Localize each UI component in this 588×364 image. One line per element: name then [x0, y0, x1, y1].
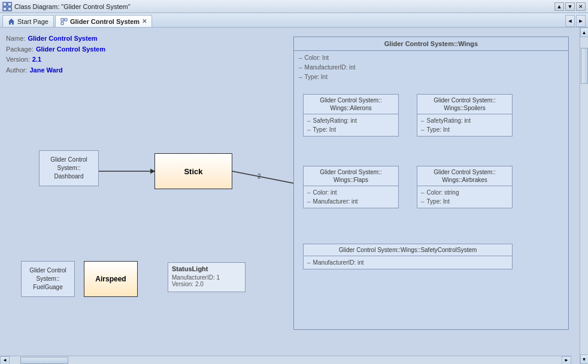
collapse-button[interactable]: ▲ — [554, 2, 564, 11]
title-bar: Class Diagram: "Glider Control System" ▲… — [0, 0, 588, 13]
svg-rect-0 — [3, 2, 7, 6]
svg-rect-2 — [3, 7, 7, 11]
title-bar-buttons: ▲ ▼ ✕ — [554, 2, 586, 11]
fuelgauge-box: Glider ControlSystem::FuelGuage — [21, 261, 75, 297]
diagram-icon — [60, 18, 68, 25]
svg-rect-8 — [61, 19, 63, 21]
scroll-up-btn[interactable]: ▲ — [580, 28, 589, 37]
svg-rect-9 — [65, 19, 67, 21]
scroll-thumb-h[interactable] — [20, 357, 68, 364]
ailerons-box: Glider Control System::Wings::Ailerons –… — [303, 94, 399, 136]
tab-close-btn[interactable]: ✕ — [142, 18, 147, 25]
airbrakes-box: Glider Control System::Wings::Airbrakes … — [417, 166, 513, 208]
spoilers-box: Glider Control System::Wings::Spoilers –… — [417, 94, 513, 136]
scroll-left-btn[interactable]: ◄ — [0, 356, 10, 365]
close-button[interactable]: ✕ — [576, 2, 586, 11]
dashboard-box: Glider ControlSystem::Dashboard — [39, 150, 99, 186]
svg-text:2: 2 — [257, 173, 261, 180]
info-panel: Name:Glider Control System Package:Glide… — [6, 34, 105, 75]
main-content: Name:Glider Control System Package:Glide… — [0, 28, 588, 364]
stick-box: Stick — [154, 153, 232, 189]
status-light-box: StatusLight ManufacturerID: 1 Version: 2… — [168, 262, 245, 292]
svg-rect-1 — [8, 2, 11, 6]
tab-bar: Start Page Glider Control System ✕ ◄ ► — [0, 13, 588, 28]
tab-start-page[interactable]: Start Page — [2, 15, 54, 27]
svg-marker-7 — [8, 19, 14, 25]
tab-nav-left[interactable]: ◄ — [565, 15, 575, 27]
tab-nav-right[interactable]: ► — [576, 15, 586, 27]
expand-button[interactable]: ▼ — [565, 2, 575, 11]
tab-glider[interactable]: Glider Control System ✕ — [55, 15, 152, 27]
svg-line-13 — [232, 171, 293, 183]
tab-navigation: ◄ ► — [565, 15, 586, 27]
wings-container: Glider Control System::Wings –Color: Int… — [293, 37, 569, 330]
scroll-down-btn[interactable]: ▼ — [580, 354, 589, 364]
scrollbar-horizontal[interactable]: ◄ ► — [0, 356, 571, 364]
svg-rect-10 — [61, 22, 63, 25]
wings-attrs: –Color: Int –ManufacturerID: int –Type: … — [294, 51, 568, 84]
svg-rect-3 — [8, 7, 11, 11]
home-icon — [8, 18, 15, 25]
safety-control-box: Glider Control System::Wings::SafetyCont… — [303, 244, 513, 269]
canvas-area[interactable]: Name:Glider Control System Package:Glide… — [0, 28, 580, 364]
flaps-box: Glider Control System::Wings::Flaps –Col… — [303, 166, 399, 208]
title-bar-text: Class Diagram: "Glider Control System" — [14, 3, 554, 10]
airspeed-box: Airspeed — [84, 261, 138, 297]
app-icon — [2, 2, 12, 11]
scroll-right-btn[interactable]: ► — [562, 356, 571, 365]
scroll-thumb-v[interactable] — [581, 48, 588, 84]
scrollbar-vertical[interactable]: ▲ ▼ — [580, 28, 588, 364]
